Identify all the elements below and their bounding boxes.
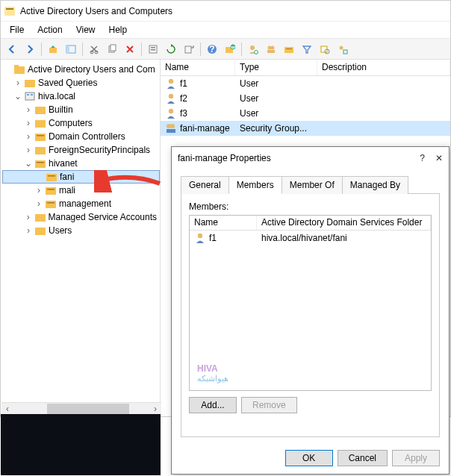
svg-rect-10: [151, 47, 155, 48]
list-row[interactable]: f1User: [161, 76, 450, 91]
svg-point-52: [169, 109, 173, 113]
copy-button[interactable]: [104, 41, 120, 57]
members-list[interactable]: Name Active Directory Domain Services Fo…: [189, 215, 432, 391]
menu-action[interactable]: Action: [31, 23, 68, 37]
add-to-group-button[interactable]: [335, 41, 351, 57]
expand-icon[interactable]: [34, 172, 45, 182]
expand-icon[interactable]: ›: [23, 118, 34, 128]
folder-icon: [34, 117, 46, 129]
mcol-name[interactable]: Name: [190, 216, 257, 230]
forward-button[interactable]: [22, 41, 38, 57]
svg-rect-34: [31, 94, 33, 95]
svg-rect-36: [35, 120, 46, 128]
svg-rect-40: [35, 160, 46, 168]
tree-hivanet[interactable]: ⌄ hivanet: [2, 157, 160, 170]
menu-file[interactable]: File: [4, 23, 30, 37]
expand-icon[interactable]: ›: [23, 104, 34, 115]
expand-icon[interactable]: ›: [13, 78, 23, 88]
tree-builtin[interactable]: › Builtin: [2, 103, 160, 116]
svg-text:+: +: [230, 44, 235, 51]
new-user-button[interactable]: [245, 41, 261, 57]
refresh-button[interactable]: [163, 41, 179, 57]
properties-button[interactable]: [145, 41, 161, 57]
expand-icon[interactable]: ›: [23, 225, 34, 236]
back-button[interactable]: [4, 41, 20, 57]
folder-icon: [24, 77, 36, 89]
find-button[interactable]: [317, 41, 333, 57]
col-desc[interactable]: Description: [317, 60, 450, 75]
show-hide-tree-button[interactable]: [63, 41, 79, 57]
delete-button[interactable]: [122, 41, 138, 57]
tree-fsp[interactable]: › ForeignSecurityPrincipals: [2, 143, 160, 157]
tree-saved-queries[interactable]: › Saved Queries: [2, 76, 160, 90]
mcol-folder[interactable]: Active Directory Domain Services Folder: [257, 216, 431, 230]
members-row[interactable]: f1hiva.local/hivanet/fani: [190, 231, 431, 245]
expand-icon[interactable]: ›: [34, 198, 44, 209]
export-button[interactable]: [181, 41, 197, 57]
dialog-close-icon[interactable]: ✕: [435, 153, 443, 163]
tree-domain[interactable]: ⌄ hiva.local: [2, 90, 160, 103]
new-group-button[interactable]: [263, 41, 279, 57]
cut-button[interactable]: [86, 41, 102, 57]
tree-mali[interactable]: › mali: [2, 184, 160, 197]
tree-computers[interactable]: › Computers: [2, 116, 160, 130]
up-button[interactable]: [45, 41, 61, 57]
col-name[interactable]: Name: [161, 60, 235, 75]
tab-managedby[interactable]: Managed By: [342, 176, 408, 194]
members-header: Name Active Directory Domain Services Fo…: [190, 216, 431, 231]
expand-icon[interactable]: ›: [23, 212, 34, 222]
scroll-right-icon[interactable]: ›: [149, 403, 161, 415]
expand-icon[interactable]: [2, 64, 13, 75]
folder-icon: [34, 104, 46, 116]
tree-users[interactable]: › Users: [2, 224, 160, 237]
tab-members[interactable]: Members: [228, 176, 282, 194]
list-row[interactable]: f2User: [161, 91, 450, 106]
tree-fani[interactable]: fani: [2, 170, 160, 184]
collapse-icon[interactable]: ⌄: [13, 91, 23, 101]
svg-rect-38: [37, 135, 44, 137]
tree-root[interactable]: Active Directory Users and Com: [2, 63, 160, 76]
help-button[interactable]: ?: [204, 41, 220, 57]
tabpage-members: Members: Name Active Directory Domain Se…: [181, 194, 440, 437]
expand-icon[interactable]: ›: [34, 185, 44, 195]
svg-rect-31: [25, 80, 35, 87]
menu-view[interactable]: View: [70, 23, 102, 37]
collapse-icon[interactable]: ⌄: [23, 158, 34, 169]
dialog-help-icon[interactable]: ?: [420, 153, 425, 163]
tree-pane[interactable]: Active Directory Users and Com › Saved Q…: [1, 60, 161, 416]
scroll-left-icon[interactable]: ‹: [1, 403, 13, 415]
expand-icon[interactable]: ›: [23, 145, 34, 155]
col-type[interactable]: Type: [235, 60, 317, 75]
add-button[interactable]: Add...: [189, 397, 237, 413]
svg-rect-35: [35, 107, 46, 114]
svg-rect-12: [185, 46, 191, 53]
svg-rect-44: [46, 187, 56, 195]
svg-point-27: [340, 46, 343, 49]
svg-rect-24: [286, 48, 292, 49]
scroll-thumb[interactable]: [47, 404, 129, 414]
tree-h-scrollbar[interactable]: ‹ ›: [1, 402, 161, 414]
tree-msa[interactable]: › Managed Service Accounts: [2, 210, 160, 224]
new-ou-button[interactable]: [281, 41, 297, 57]
new-container-button[interactable]: +: [222, 41, 238, 57]
tree-management[interactable]: › management: [2, 197, 160, 210]
tab-memberof[interactable]: Member Of: [282, 176, 343, 194]
folder-icon: [34, 144, 46, 156]
ok-button[interactable]: OK: [285, 450, 333, 466]
tree-root-label: Active Directory Users and Com: [28, 64, 155, 75]
cancel-button[interactable]: Cancel: [338, 450, 388, 466]
list-row[interactable]: f3User: [161, 106, 450, 121]
remove-button[interactable]: Remove: [241, 397, 297, 413]
svg-rect-42: [46, 174, 57, 181]
expand-icon[interactable]: ›: [23, 131, 34, 142]
ou-icon: [34, 157, 46, 169]
filter-button[interactable]: [299, 41, 315, 57]
tree-dc[interactable]: › Domain Controllers: [2, 130, 160, 143]
tab-general[interactable]: General: [181, 176, 229, 194]
apply-button[interactable]: Apply: [392, 450, 440, 466]
list-row[interactable]: fani-manageSecurity Group...: [161, 121, 450, 136]
menu-help[interactable]: Help: [103, 23, 134, 37]
properties-dialog: fani-manage Properties ? ✕ General Membe…: [171, 146, 450, 475]
folder-icon: [34, 225, 46, 237]
dialog-titlebar: fani-manage Properties ? ✕: [172, 147, 449, 169]
